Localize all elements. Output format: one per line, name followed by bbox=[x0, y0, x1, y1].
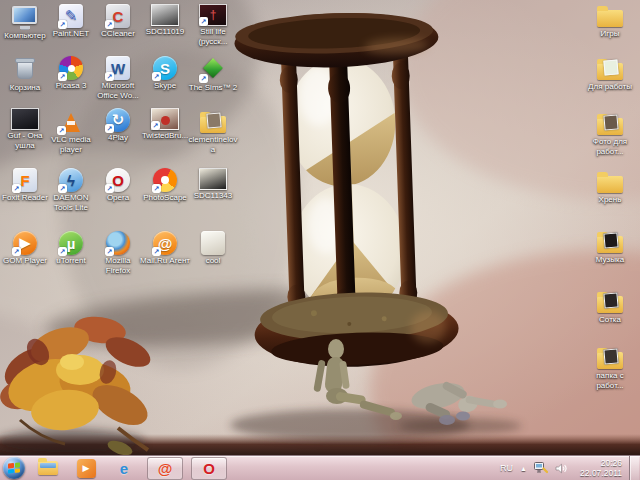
desktop-icon-gom-player[interactable]: ▶↗GOM Player bbox=[0, 231, 50, 266]
shortcut-arrow-icon: ↗ bbox=[199, 74, 208, 83]
icon-label: Foxit Reader bbox=[0, 193, 50, 203]
still-life-icon: †↗ bbox=[199, 4, 227, 26]
desktop-icon-mozilla-firefox[interactable]: ↗Mozilla Firefox bbox=[93, 231, 143, 275]
mailru-agent-icon: @ bbox=[158, 461, 173, 476]
taskbar-button-opera[interactable]: O bbox=[191, 457, 227, 480]
desktop-icon-utorrent[interactable]: µ↗uTorrent bbox=[46, 231, 96, 266]
icon-label: Microsoft Office Wo... bbox=[93, 81, 143, 100]
desktop-icon-music-folder[interactable]: Музыка bbox=[585, 228, 635, 265]
icon-glyph: C bbox=[113, 8, 124, 25]
icon-glyph: ϟ bbox=[67, 172, 75, 189]
desktop-icon-work-papka-folder[interactable]: папка с работ... bbox=[585, 344, 635, 390]
mozilla-firefox-icon: ↗ bbox=[106, 231, 130, 255]
desktop-icon-mailru-agent-desktop[interactable]: @↗Mail.Ru Агент bbox=[140, 231, 190, 266]
icon-label: папка с работ... bbox=[585, 371, 635, 390]
icon-label: SDC11019 bbox=[140, 27, 190, 37]
icon-label: Paint.NET bbox=[46, 29, 96, 39]
folder-content-preview bbox=[603, 114, 618, 130]
shortcut-arrow-icon: ↗ bbox=[58, 20, 67, 29]
shortcut-arrow-icon: ↗ bbox=[152, 72, 161, 81]
desktop-icon-recycle-bin[interactable]: Корзина bbox=[0, 56, 50, 93]
show-hidden-icons-button[interactable]: ▲ bbox=[520, 465, 527, 472]
desktop-icon-hren-folder[interactable]: Хрень bbox=[585, 168, 635, 205]
opera-desktop-icon: O↗ bbox=[106, 168, 130, 192]
desktop-icon-sdc11019[interactable]: SDC11019 bbox=[140, 4, 190, 37]
taskbar-clock[interactable]: 20:26 22.07.2011 bbox=[574, 458, 622, 478]
shortcut-arrow-icon: ↗ bbox=[12, 247, 21, 256]
desktop-icon-cool[interactable]: cool bbox=[188, 231, 238, 266]
sdc11343-icon bbox=[199, 168, 227, 190]
desktop-icon-ccleaner[interactable]: C↗CCleaner bbox=[93, 4, 143, 39]
desktop-icon-guf-ona-ushla[interactable]: Guf - Она ушла bbox=[0, 108, 50, 150]
shortcut-arrow-icon: ↗ bbox=[152, 184, 161, 193]
desktop-icon-paint-net[interactable]: ✎↗Paint.NET bbox=[46, 4, 96, 39]
icon-label: PhotoScape bbox=[140, 193, 190, 203]
shortcut-arrow-icon: ↗ bbox=[151, 121, 160, 130]
folder-content-preview bbox=[603, 292, 618, 308]
folder-content-preview bbox=[206, 112, 221, 128]
icon-label: CCleaner bbox=[93, 29, 143, 39]
music-folder-icon bbox=[597, 236, 623, 253]
sotka-folder-icon bbox=[597, 296, 623, 313]
utorrent-icon: µ↗ bbox=[59, 231, 83, 255]
windows7-desktop: Компьютер✎↗Paint.NETC↗CCleanerSDC11019†↗… bbox=[0, 0, 640, 480]
desktop-icon-sotka-folder[interactable]: Сотка bbox=[585, 288, 635, 325]
language-indicator[interactable]: RU bbox=[500, 463, 513, 473]
desktop-icon-for-work-folder[interactable]: Для работы bbox=[585, 55, 635, 92]
volume-icon[interactable] bbox=[555, 463, 567, 474]
taskbar-button-windows-media-player[interactable]: ▶ bbox=[71, 457, 101, 480]
icon-label: Игры bbox=[585, 29, 635, 39]
taskbar: ▶e@O RU ▲ 20:26 22.07.2011 bbox=[0, 455, 640, 480]
shortcut-arrow-icon: ↗ bbox=[58, 247, 67, 256]
explorer-folder-icon bbox=[38, 461, 58, 475]
icon-glyph: F bbox=[20, 172, 29, 189]
icon-label: Музыка bbox=[585, 255, 635, 265]
taskbar-button-internet-explorer[interactable]: e bbox=[109, 457, 139, 480]
desktop-area[interactable]: Компьютер✎↗Paint.NETC↗CCleanerSDC11019†↗… bbox=[0, 0, 640, 455]
paint-net-icon: ✎↗ bbox=[59, 4, 83, 28]
desktop-icon-opera-desktop[interactable]: O↗Opera bbox=[93, 168, 143, 203]
computer-icon bbox=[12, 4, 38, 30]
desktop-icon-foxit-reader[interactable]: F↗Foxit Reader bbox=[0, 168, 50, 203]
vlc-icon: ↗ bbox=[58, 108, 84, 134]
for-work-folder-icon bbox=[597, 63, 623, 80]
gom-player-icon: ▶↗ bbox=[13, 231, 37, 255]
network-icon[interactable] bbox=[534, 462, 548, 474]
desktop-icon-photoscape[interactable]: ↗PhotoScape bbox=[140, 168, 190, 203]
desktop-icon-the-sims-2[interactable]: ↗The Sims™ 2 bbox=[188, 56, 238, 93]
desktop-icon-picasa-3[interactable]: ↗Picasa 3 bbox=[46, 56, 96, 91]
opera-icon: O bbox=[203, 461, 215, 476]
desktop-icon-clementinelova[interactable]: clementinelova bbox=[188, 108, 238, 154]
icon-label: Picasa 3 bbox=[46, 81, 96, 91]
hren-folder-icon bbox=[597, 176, 623, 193]
desktop-icon-vlc[interactable]: ↗VLC media player bbox=[46, 108, 96, 154]
show-desktop-button[interactable] bbox=[629, 456, 639, 480]
icon-label: Opera bbox=[93, 193, 143, 203]
desktop-icon-still-life[interactable]: †↗Still life (русск... bbox=[188, 4, 238, 46]
desktop-icon-work-photos-folder[interactable]: Фото для работ... bbox=[585, 110, 635, 156]
taskbar-button-windows-explorer[interactable] bbox=[33, 457, 63, 480]
desktop-icon-games-folder[interactable]: Игры bbox=[585, 2, 635, 39]
taskbar-button-mailru-agent[interactable]: @ bbox=[147, 457, 183, 480]
work-papka-folder-icon bbox=[597, 352, 623, 369]
the-sims-2-icon: ↗ bbox=[200, 56, 226, 82]
desktop-icon-daemon-tools-lite[interactable]: ϟ↗DAEMON Tools Lite bbox=[46, 168, 96, 212]
desktop-icon-sdc11343[interactable]: SDC11343 bbox=[188, 168, 238, 201]
icon-label: Mozilla Firefox bbox=[93, 256, 143, 275]
start-button[interactable] bbox=[3, 457, 25, 479]
desktop-icon-twistedbrush[interactable]: ↗TwistedBru... bbox=[140, 108, 190, 141]
icon-label: uTorrent bbox=[46, 256, 96, 266]
icon-label: TwistedBru... bbox=[140, 131, 190, 141]
guf-ona-ushla-icon bbox=[11, 108, 39, 130]
desktop-icon-skype[interactable]: S↗Skype bbox=[140, 56, 190, 91]
folder-content-preview bbox=[603, 348, 618, 364]
shortcut-arrow-icon: ↗ bbox=[105, 184, 114, 193]
icon-label: cool bbox=[188, 256, 238, 266]
desktop-icon-ms-office-word[interactable]: W↗Microsoft Office Wo... bbox=[93, 56, 143, 100]
desktop-icon-4play[interactable]: ↻↗4Play bbox=[93, 108, 143, 143]
desktop-icon-computer[interactable]: Компьютер bbox=[0, 4, 50, 41]
icon-label: Skype bbox=[140, 81, 190, 91]
icon-glyph: S bbox=[160, 60, 170, 77]
folder-content-preview bbox=[603, 232, 618, 248]
shortcut-arrow-icon: ↗ bbox=[105, 124, 114, 133]
